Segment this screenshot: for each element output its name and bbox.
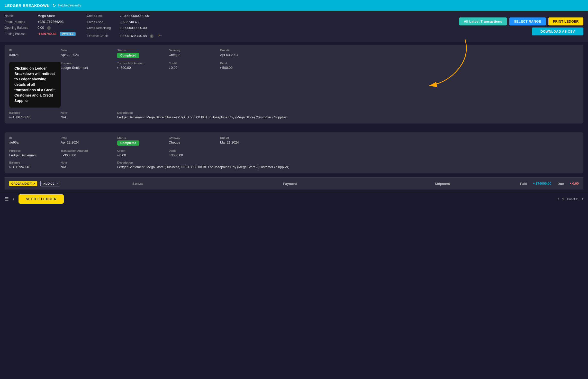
- actions-column: All Latest Transactions SELECT RANGE PRI…: [169, 14, 583, 41]
- ending-row: Ending Balance -1686740.48 PAYABLE: [5, 32, 82, 36]
- txn2-status-field: Status Completed: [117, 136, 169, 146]
- actions-row-2: DOWNLOAD AS CSV: [532, 27, 583, 35]
- credit-used-value: -1686740.48: [120, 20, 139, 24]
- txn1-debit-value: ৳ 500.00: [220, 66, 576, 70]
- invoice-link-icon: ↗: [56, 182, 58, 185]
- all-latest-transactions-button[interactable]: All Latest Transactions: [459, 17, 507, 25]
- txn2-note-label: Note: [61, 161, 115, 164]
- txn1-description-label: Description: [117, 111, 579, 114]
- paid-value: ৳ 174000.00: [533, 182, 551, 186]
- refresh-icon[interactable]: ↻: [52, 3, 56, 8]
- txn1-date-label: Date: [61, 49, 115, 52]
- txn1-debit-field: Debit ৳ 500.00: [220, 62, 579, 70]
- callout-container: Clicking on Ledger Breakdown will redire…: [9, 62, 61, 108]
- credit-remaining-row: Credit Remaining 100000000000.00: [87, 26, 164, 30]
- footer-left: ☰ ‹ SETTLE LEDGER: [5, 194, 64, 204]
- back-arrow-icon[interactable]: ‹: [13, 196, 14, 202]
- txn1-purpose-label: Purpose: [61, 62, 115, 65]
- credit-limit-row: Credit Limit ৳ 100000000000.00: [87, 14, 164, 18]
- order-bar: ORDER (#007F) ↗ INVOICE ↗ Status Payment…: [5, 177, 583, 190]
- txn2-note-field: Note N/A: [61, 161, 117, 169]
- txn1-debit-label: Debit: [220, 62, 576, 65]
- txn1-balance-field: Balance ৳ -1686740.48: [9, 111, 61, 119]
- opening-row: Opening Balance 0.00 i: [5, 26, 82, 30]
- order-tag[interactable]: ORDER (#007F) ↗: [9, 181, 37, 186]
- txn2-purpose-label: Purpose: [9, 149, 58, 152]
- txn1-date-field: Date Apr 22 2024: [61, 49, 117, 58]
- opening-info-icon[interactable]: i: [47, 26, 51, 30]
- txn1-status-field: Status Completed: [117, 49, 169, 58]
- txn2-purpose-field: Purpose Ledger Settlement: [9, 149, 61, 157]
- effective-credit-label: Effective Credit: [87, 34, 118, 38]
- transaction-card-1: ID #3d2e Date Apr 22 2024 Status Complet…: [5, 45, 583, 124]
- payment-col-label: Payment: [215, 182, 365, 186]
- credit-used-label: Credit Used: [87, 20, 118, 24]
- txn2-id-value: #e96a: [9, 140, 58, 144]
- txn2-note-value: N/A: [61, 165, 115, 169]
- next-page-icon[interactable]: ›: [582, 196, 583, 202]
- phone-row: Phone Number +8801767366293: [5, 20, 82, 24]
- paid-label: Paid: [520, 182, 527, 186]
- txn2-credit-value: ৳ 0.00: [117, 153, 166, 157]
- page-number: 1: [562, 197, 564, 201]
- txn2-description-label: Description: [117, 161, 579, 164]
- txn2-date-field: Date Apr 22 2024: [61, 136, 117, 146]
- opening-value: 0.00: [38, 26, 44, 30]
- txn1-gateway-field: Gateway Cheque: [169, 49, 220, 58]
- txn1-id-field: ID #3d2e: [9, 49, 61, 58]
- txn2-balance-value: ৳ -1687240.48: [9, 165, 58, 169]
- effective-credit-value: 100001686740.48: [120, 34, 147, 38]
- txn2-description-field: Description Ledger Settlement: Mega Stor…: [117, 161, 579, 169]
- txn2-status-value: Completed: [117, 140, 139, 146]
- name-label: Name: [5, 14, 35, 18]
- txn2-purpose-value: Ledger Settlement: [9, 153, 58, 157]
- txn1-note-value: N/A: [61, 115, 115, 119]
- ending-value: -1686740.48: [38, 32, 56, 36]
- txn1-gateway-label: Gateway: [169, 49, 218, 52]
- txn1-id-label: ID: [9, 49, 58, 52]
- txn2-due-at-value: Mar 21 2024: [220, 140, 576, 144]
- actions-row-1: All Latest Transactions SELECT RANGE PRI…: [459, 17, 583, 25]
- txn2-debit-field: Debit ৳ 3000.00: [169, 149, 220, 157]
- txn2-credit-label: Credit: [117, 149, 166, 152]
- due-value: ৳ 0.00: [570, 182, 579, 186]
- txn2-debit-value: ৳ 3000.00: [169, 153, 218, 157]
- txn2-status-label: Status: [117, 136, 166, 139]
- arrow-indicator: ←: [158, 32, 163, 39]
- settle-ledger-button[interactable]: SETTLE LEDGER: [19, 194, 64, 204]
- txn2-date-value: Apr 22 2024: [61, 140, 115, 144]
- select-range-button[interactable]: SELECT RANGE: [509, 17, 546, 25]
- effective-credit-row: Effective Credit 100001686740.48 i ←: [87, 32, 164, 39]
- txn1-id-value: #3d2e: [9, 53, 58, 57]
- txn2-due-at-label: Due At: [220, 136, 576, 139]
- fetched-status: Fetched recently: [58, 4, 81, 7]
- footer-bar: ☰ ‹ SETTLE LEDGER ‹ 1 Out of 11 ›: [0, 192, 588, 205]
- txn1-credit-value: ৳ 0.00: [169, 66, 218, 70]
- footer-right: ‹ 1 Out of 11 ›: [557, 196, 583, 202]
- txn1-due-at-value: Apr 04 2024: [220, 53, 576, 57]
- txn2-balance-field: Balance ৳ -1687240.48: [9, 161, 61, 169]
- hamburger-icon[interactable]: ☰: [5, 196, 9, 202]
- prev-page-icon[interactable]: ‹: [557, 196, 559, 202]
- phone-value: +8801767366293: [38, 20, 64, 24]
- txn1-note-field: Note N/A: [61, 111, 117, 119]
- txn1-txn-amount-label: Transaction Amount: [117, 62, 166, 65]
- txn2-gateway-value: Cheque: [169, 140, 218, 144]
- txn2-id-label: ID: [9, 136, 58, 139]
- invoice-tag[interactable]: INVOICE ↗: [40, 181, 60, 186]
- main-content: ID #3d2e Date Apr 22 2024 Status Complet…: [0, 42, 588, 192]
- download-csv-button[interactable]: DOWNLOAD AS CSV: [532, 27, 583, 35]
- txn1-description-value: Ledger Settlement: Mega Store (Business)…: [117, 115, 579, 119]
- credit-limit-value: ৳ 100000000000.00: [120, 14, 149, 18]
- name-row: Name Mega Store: [5, 14, 82, 18]
- effective-credit-info-icon[interactable]: i: [150, 34, 153, 38]
- txn2-balance-label: Balance: [9, 161, 58, 164]
- credit-limit-label: Credit Limit: [87, 14, 118, 18]
- txn2-gateway-label: Gateway: [169, 136, 218, 139]
- credit-remaining-value: 100000000000.00: [120, 26, 147, 30]
- page-title: LEDGER BREAKDOWN: [5, 3, 50, 8]
- txn2-gateway-field: Gateway Cheque: [169, 136, 220, 146]
- print-ledger-button[interactable]: PRINT LEDGER: [548, 17, 583, 25]
- transaction-card-2: ID #e96a Date Apr 22 2024 Status Complet…: [5, 132, 583, 173]
- callout-box: Clicking on Ledger Breakdown will redire…: [9, 62, 61, 108]
